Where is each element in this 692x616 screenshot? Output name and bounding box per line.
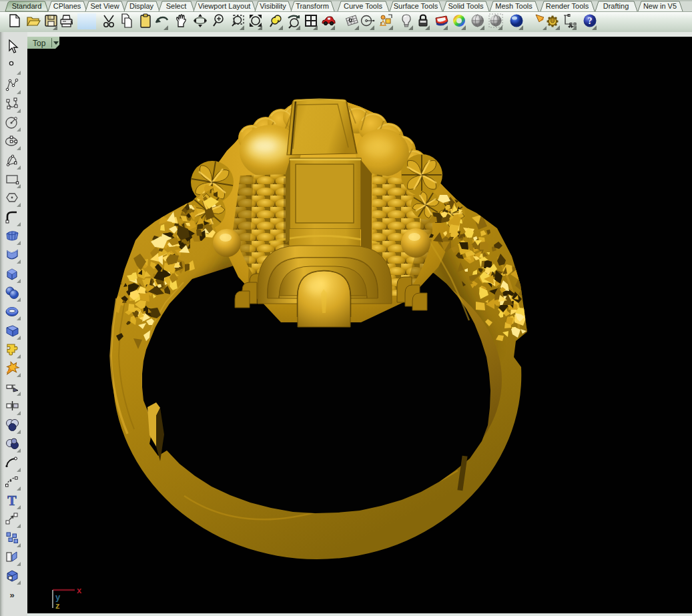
svg-text:Viewport Layout: Viewport Layout (198, 2, 251, 10)
svg-text:?: ? (588, 16, 593, 26)
svg-text:Curve Tools: Curve Tools (344, 2, 382, 10)
svg-text:T: T (7, 493, 17, 508)
svg-text:Mesh Tools: Mesh Tools (495, 2, 533, 10)
svg-text:Set View: Set View (90, 2, 119, 10)
svg-text:CPlanes: CPlanes (53, 2, 81, 10)
svg-text:New in V5: New in V5 (643, 2, 677, 10)
svg-text:Transform: Transform (296, 2, 329, 10)
svg-text:x: x (77, 585, 82, 595)
svg-text:Standard: Standard (12, 2, 42, 10)
svg-text:Visibility: Visibility (260, 2, 286, 10)
svg-text:Select: Select (166, 2, 187, 10)
svg-text:Drafting: Drafting (603, 2, 629, 10)
svg-text:Surface Tools: Surface Tools (394, 2, 438, 10)
svg-text:Solid Tools: Solid Tools (448, 2, 484, 10)
svg-text:Display: Display (129, 2, 154, 10)
svg-text:z: z (55, 601, 60, 611)
svg-text:Top: Top (33, 39, 46, 48)
svg-text:»: » (9, 590, 14, 600)
svg-text:Render Tools: Render Tools (546, 2, 589, 10)
